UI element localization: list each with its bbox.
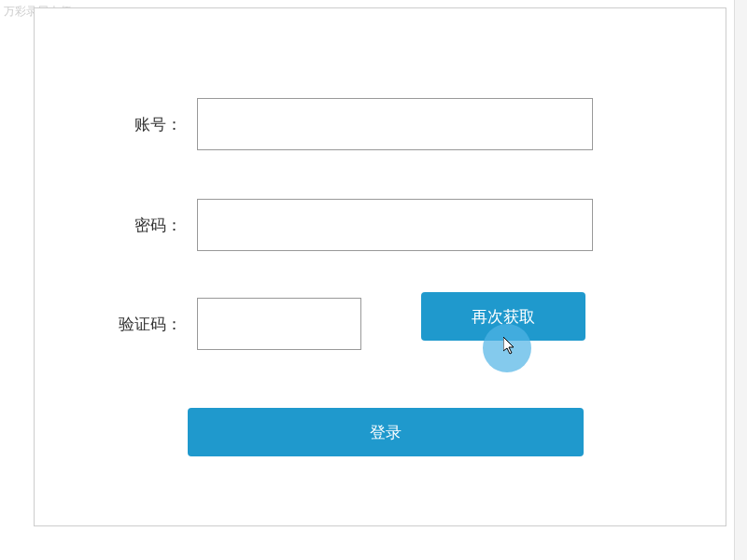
login-form-container: 账号： 密码： 验证码： 再次获取 登录 [34,7,726,526]
account-label: 账号： [119,114,182,135]
account-input[interactable] [197,98,593,150]
right-edge-panel [734,0,747,560]
captcha-label: 验证码： [102,314,182,335]
login-button[interactable]: 登录 [188,408,584,456]
captcha-row: 验证码： [102,298,361,350]
captcha-input[interactable] [197,298,361,350]
account-row: 账号： [119,98,593,150]
password-label: 密码： [119,215,182,236]
password-row: 密码： [119,199,593,251]
get-captcha-button[interactable]: 再次获取 [421,292,585,341]
password-input[interactable] [197,199,593,251]
